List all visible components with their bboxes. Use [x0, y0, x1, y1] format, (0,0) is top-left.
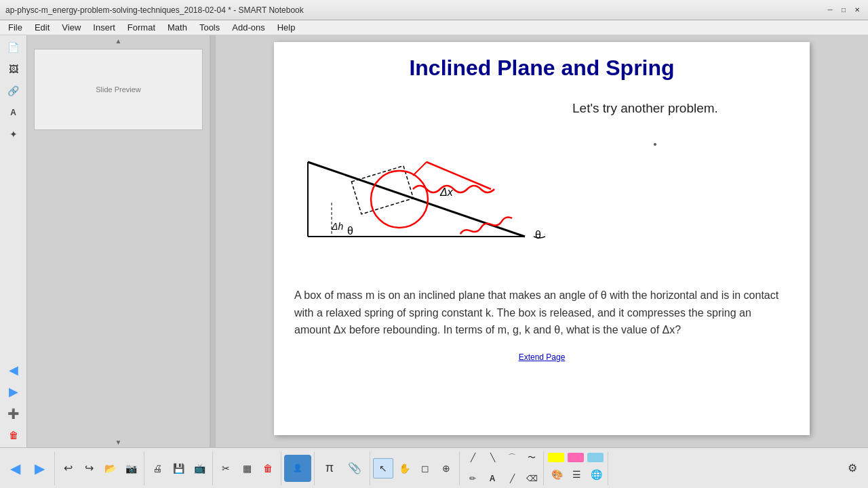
text-area: Let's try another problem. [572, 94, 789, 266]
menu-bar: File Edit View Insert Format Math Tools … [0, 20, 868, 35]
svg-text:θ: θ [347, 225, 353, 237]
toolbar-group-smart: 👤 [281, 451, 315, 485]
main-layout: 📄 🖼 🔗 A ✦ ◀ ▶ ➕ 🗑 ▲ Slide Preview ▼ Incl… [0, 35, 868, 447]
globe-tool-button[interactable]: 🌐 [586, 464, 606, 485]
sidebar-btn-star[interactable]: ✦ [4, 125, 23, 144]
resize-handle[interactable] [210, 35, 216, 447]
list-tool-button[interactable]: ☰ [566, 464, 587, 485]
slide-content: Δx Δh θ [294, 94, 789, 266]
shape-tool[interactable]: ╱ [502, 468, 522, 488]
eraser-tool-2[interactable]: ⌫ [521, 468, 542, 488]
nav-back-button[interactable]: ◀ [3, 456, 27, 481]
line-tool-4[interactable]: 〜 [521, 447, 542, 468]
toolbar-group-1: ↩ ↪ 📂 📷 [55, 451, 144, 485]
screen-capture-button[interactable]: 📷 [121, 458, 141, 479]
line-tool-3[interactable]: ⌒ [502, 447, 522, 468]
toolbar-group-3: ✂ ▦ 🗑 [213, 451, 281, 485]
scroll-down-arrow[interactable]: ▼ [27, 436, 210, 447]
thumbnail-panel: ▲ Slide Preview ▼ [27, 35, 210, 447]
menu-view[interactable]: View [56, 21, 86, 34]
toolbar-group-2: 🖨 💾 📺 [144, 451, 213, 485]
delete-slide-icon[interactable]: 🗑 [4, 426, 23, 445]
delete-button[interactable]: 🗑 [258, 458, 278, 479]
inclined-plane-diagram: Δx Δh θ [294, 94, 545, 264]
table-button[interactable]: ▦ [237, 458, 257, 479]
maximize-button[interactable]: □ [838, 5, 849, 16]
slide-thumbnail[interactable]: Slide Preview [34, 49, 203, 130]
menu-file[interactable]: File [3, 21, 28, 34]
save-button[interactable]: 💾 [168, 458, 189, 479]
menu-addons[interactable]: Add-ons [226, 21, 270, 34]
add-slide-icon[interactable]: ➕ [4, 404, 23, 423]
slide-canvas: Inclined Plane and Spring [274, 42, 810, 435]
left-sidebar: 📄 🖼 🔗 A ✦ ◀ ▶ ➕ 🗑 [0, 35, 27, 447]
highlight-pink[interactable] [568, 453, 584, 462]
highlight-yellow[interactable] [548, 453, 564, 462]
highlight-blue[interactable] [587, 453, 604, 462]
cut-button[interactable]: ✂ [216, 458, 236, 479]
menu-insert[interactable]: Insert [87, 21, 121, 34]
svg-rect-4 [351, 166, 413, 214]
menu-edit[interactable]: Edit [29, 21, 55, 34]
nav-next-icon[interactable]: ▶ [4, 382, 23, 401]
display-button[interactable]: 📺 [189, 458, 210, 479]
menu-tools[interactable]: Tools [194, 21, 225, 34]
sidebar-btn-text[interactable]: A [4, 103, 23, 122]
menu-format[interactable]: Format [122, 21, 161, 34]
pen-tool[interactable]: ✏ [462, 468, 483, 488]
color-palette-button[interactable]: 🎨 [547, 464, 567, 485]
toolbar-group-pointer: ↖ ✋ ◻ ⊕ [370, 451, 460, 485]
print-button[interactable]: 🖨 [147, 458, 167, 479]
text-tool[interactable]: A [482, 468, 502, 488]
sidebar-btn-image[interactable]: 🖼 [4, 60, 23, 79]
toolbar-group-math: π 📎 [315, 451, 370, 485]
svg-line-17 [427, 162, 491, 189]
dot-annotation [654, 143, 656, 146]
problem-text: A box of mass m is on an inclined plane … [294, 287, 789, 339]
smart-avatar-button[interactable]: 👤 [284, 455, 311, 482]
menu-help[interactable]: Help [272, 21, 301, 34]
window-controls: ─ □ ✕ [825, 5, 863, 16]
open-file-button[interactable]: 📂 [100, 458, 120, 479]
toolbar-group-colors: 🎨 ☰ 🌐 [544, 451, 608, 485]
line-tool-2[interactable]: ╲ [482, 447, 502, 468]
toolbar-group-lines: ╱ ╲ ⌒ 〜 ✏ A ╱ ⌫ [460, 451, 544, 485]
sidebar-btn-link[interactable]: 🔗 [4, 81, 23, 100]
diagram-area: Δx Δh θ [294, 94, 559, 266]
bottom-toolbar: ◀ ▶ ↩ ↪ 📂 📷 🖨 💾 📺 ✂ ▦ 🗑 👤 π 📎 ↖ ✋ ◻ ⊕ ╱ [0, 447, 868, 488]
title-bar: ap-physc-m_energy-problem-solving-techni… [0, 0, 868, 20]
attach-button[interactable]: 📎 [342, 456, 367, 481]
minimize-button[interactable]: ─ [825, 5, 835, 16]
eraser-tool-button[interactable]: ◻ [415, 458, 435, 479]
scroll-up-arrow[interactable]: ▲ [27, 35, 210, 46]
window-title: ap-physc-m_energy-problem-solving-techni… [5, 5, 304, 15]
hand-tool-button[interactable]: ✋ [394, 458, 414, 479]
settings-button[interactable]: ⚙ [842, 458, 863, 479]
undo-button[interactable]: ↩ [58, 458, 78, 479]
line-tool-1[interactable]: ╱ [462, 447, 483, 468]
svg-text:θ: θ [535, 229, 541, 241]
settings-area: ⚙ [842, 458, 868, 479]
menu-math[interactable]: Math [162, 21, 193, 34]
pointer-tool-button[interactable]: ↖ [373, 458, 393, 479]
intro-text: Let's try another problem. [572, 101, 789, 116]
svg-line-16 [413, 162, 427, 176]
extend-page-link[interactable]: Extend Page [294, 352, 789, 362]
pi-button[interactable]: π [317, 456, 342, 481]
nav-prev-icon[interactable]: ◀ [4, 361, 23, 380]
sidebar-btn-document[interactable]: 📄 [4, 38, 23, 57]
svg-text:Δh: Δh [331, 221, 343, 232]
close-button[interactable]: ✕ [852, 5, 863, 16]
redo-button[interactable]: ↪ [79, 458, 99, 479]
slide-title: Inclined Plane and Spring [294, 56, 789, 81]
nav-forward-button[interactable]: ▶ [27, 456, 52, 481]
content-area: Inclined Plane and Spring [216, 35, 868, 447]
lasso-tool-button[interactable]: ⊕ [436, 458, 456, 479]
